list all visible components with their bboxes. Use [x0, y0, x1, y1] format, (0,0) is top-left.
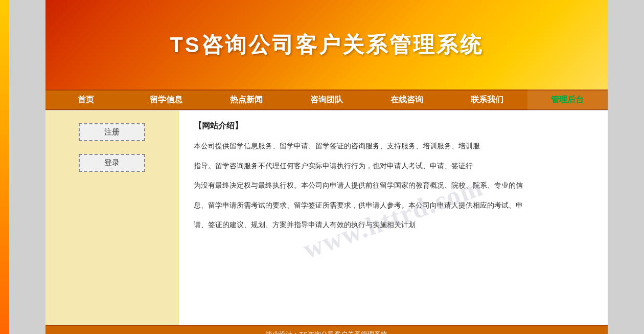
- section-title: 【网站介绍】: [194, 121, 592, 131]
- login-button[interactable]: 登录: [79, 154, 145, 172]
- nav-item-6[interactable]: 管理后台: [527, 90, 608, 110]
- nav-item-3[interactable]: 咨询团队: [286, 90, 366, 110]
- intro-paragraph-2: 为没有最终决定权与最终执行权。本公司向申请人提供前往留学国家的教育概况、院校、院…: [194, 179, 592, 193]
- intro-paragraph-1: 指导。留学咨询服务不代理任何客户实际申请执行行为，也对申请人考试、申请、签证行: [194, 160, 592, 173]
- nav-item-0[interactable]: 首页: [45, 90, 126, 110]
- sidebar: 注册 登录: [45, 110, 178, 325]
- header-banner: TS咨询公司客户关系管理系统: [45, 0, 608, 90]
- nav-item-1[interactable]: 留学信息: [126, 90, 206, 110]
- register-button[interactable]: 注册: [79, 123, 145, 141]
- intro-paragraph-4: 请、签证的建议、规划、方案并指导申请人有效的执行与实施相关计划: [194, 218, 592, 232]
- left-edge-decoration: [0, 0, 9, 334]
- nav-item-2[interactable]: 热点新闻: [206, 90, 286, 110]
- main-content: www.httrd.com 【网站介绍】 本公司提供留学信息服务、留学申请、留学…: [178, 110, 608, 325]
- footer-text: 毕业设计：TS咨询公司客户关系管理系统: [266, 330, 387, 334]
- intro-paragraph-0: 本公司提供留学信息服务、留学申请、留学签证的咨询服务、支持服务、培训服务、培训服: [194, 140, 592, 153]
- intro-paragraphs: 本公司提供留学信息服务、留学申请、留学签证的咨询服务、支持服务、培训服务、培训服…: [194, 140, 592, 232]
- intro-paragraph-3: 息、留学申请所需考试的要求、留学签证所需要求，供申请人参考。本公司向申请人提供相…: [194, 199, 592, 213]
- content-area: 注册 登录 www.httrd.com 【网站介绍】 本公司提供留学信息服务、留…: [45, 110, 608, 325]
- footer: 毕业设计：TS咨询公司客户关系管理系统: [45, 325, 608, 334]
- nav-item-5[interactable]: 联系我们: [447, 90, 527, 110]
- site-title: TS咨询公司客户关系管理系统: [170, 31, 484, 59]
- nav-item-4[interactable]: 在线咨询: [367, 90, 447, 110]
- navigation-bar: 首页留学信息热点新闻咨询团队在线咨询联系我们管理后台: [45, 90, 608, 110]
